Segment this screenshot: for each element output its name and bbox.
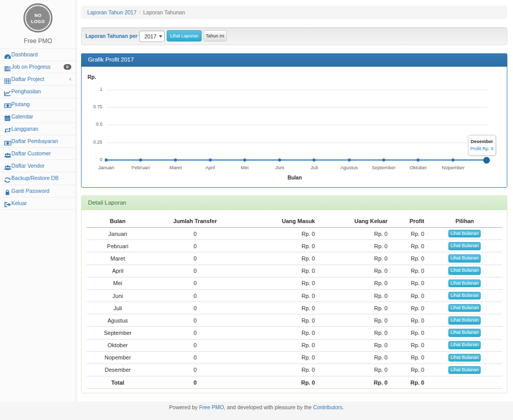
svg-text:NO: NO (34, 13, 42, 18)
svg-text:LOGO: LOGO (31, 19, 45, 24)
